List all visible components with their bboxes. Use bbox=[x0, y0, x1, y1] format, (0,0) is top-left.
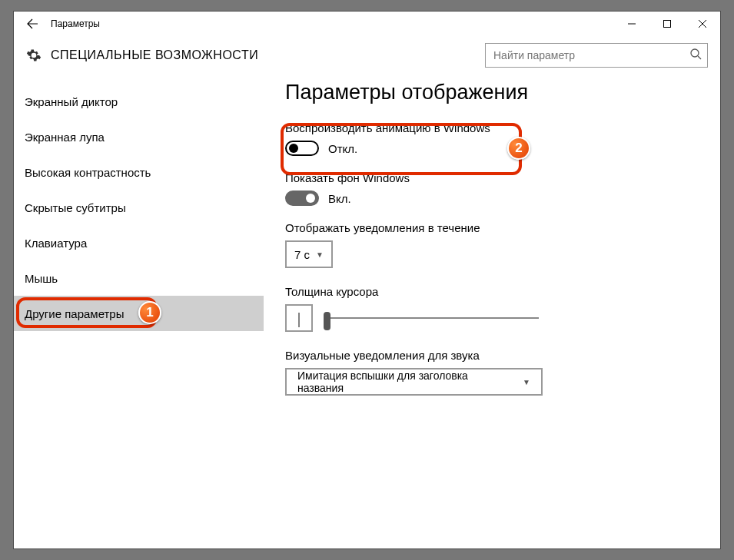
sidebar-item-label: Скрытые субтитры bbox=[25, 201, 126, 214]
cursor-thickness-slider[interactable] bbox=[324, 310, 539, 326]
background-label: Показать фон Windows bbox=[285, 171, 699, 184]
page-header: СПЕЦИАЛЬНЫЕ ВОЗМОЖНОСТИ bbox=[14, 36, 720, 75]
sidebar-item-label: Мышь bbox=[25, 272, 58, 285]
sidebar-item-magnifier[interactable]: Экранная лупа bbox=[14, 119, 264, 154]
maximize-icon bbox=[663, 20, 671, 28]
window-title: Параметры bbox=[51, 18, 100, 29]
background-state: Вкл. bbox=[328, 192, 351, 205]
notifications-value: 7 с bbox=[294, 248, 310, 261]
toggle-knob bbox=[289, 144, 298, 153]
sidebar-item-keyboard[interactable]: Клавиатура bbox=[14, 225, 264, 260]
maximize-button[interactable] bbox=[649, 12, 685, 36]
sidebar-item-mouse[interactable]: Мышь bbox=[14, 260, 264, 296]
close-button[interactable] bbox=[685, 12, 720, 36]
close-icon bbox=[699, 20, 706, 28]
search-input[interactable] bbox=[485, 43, 708, 68]
sidebar-item-label: Клавиатура bbox=[25, 237, 87, 250]
sidebar-item-closed-captions[interactable]: Скрытые субтитры bbox=[14, 190, 264, 225]
chevron-down-icon: ▼ bbox=[316, 250, 324, 259]
slider-thumb[interactable] bbox=[324, 312, 330, 330]
notifications-label: Отображать уведомления в течение bbox=[285, 221, 699, 234]
background-toggle[interactable] bbox=[285, 191, 319, 206]
chevron-down-icon: ▼ bbox=[523, 378, 530, 386]
search-wrap bbox=[485, 43, 708, 68]
background-toggle-row: Вкл. bbox=[285, 191, 699, 206]
cursor-label: Толщина курсора bbox=[285, 285, 699, 298]
minimize-button[interactable] bbox=[614, 12, 649, 36]
gear-icon-svg bbox=[26, 48, 42, 63]
cursor-row: | bbox=[285, 304, 699, 332]
notifications-combo[interactable]: 7 с ▼ bbox=[285, 240, 333, 268]
sidebar-item-label: Экранный диктор bbox=[25, 95, 118, 108]
toggle-knob bbox=[306, 194, 315, 203]
content-heading: Параметры отображения bbox=[285, 81, 699, 104]
svg-line-5 bbox=[698, 56, 701, 59]
visual-notif-combo[interactable]: Имитация вспышки для заголовка названия … bbox=[285, 368, 543, 396]
sidebar-item-label: Другие параметры bbox=[25, 307, 125, 320]
svg-rect-1 bbox=[664, 21, 671, 28]
minimize-icon bbox=[628, 20, 636, 28]
svg-point-4 bbox=[691, 49, 699, 57]
cursor-preview: | bbox=[285, 304, 313, 332]
sidebar-item-label: Высокая контрастность bbox=[25, 166, 151, 179]
search-icon[interactable] bbox=[689, 48, 702, 62]
window-controls bbox=[614, 12, 720, 36]
annotation-badge-2: 2 bbox=[507, 137, 530, 160]
visual-notif-value: Имитация вспышки для заголовка названия bbox=[297, 369, 516, 394]
content-pane: Параметры отображения Воспроизводить ани… bbox=[264, 75, 720, 548]
visual-notif-label: Визуальные уведомления для звука bbox=[285, 349, 699, 362]
titlebar: Параметры bbox=[14, 12, 720, 36]
slider-track bbox=[324, 317, 539, 319]
annotation-badge-1: 1 bbox=[138, 301, 161, 324]
page-title: СПЕЦИАЛЬНЫЕ ВОЗМОЖНОСТИ bbox=[51, 48, 258, 62]
animation-toggle[interactable] bbox=[285, 141, 319, 156]
arrow-left-icon bbox=[26, 18, 38, 30]
animation-state: Откл. bbox=[328, 142, 357, 155]
sidebar-item-label: Экранная лупа bbox=[25, 131, 105, 144]
settings-window: Параметры СПЕЦИАЛЬНЫЕ ВОЗМОЖНОСТИ Экранн… bbox=[13, 11, 721, 549]
sidebar-item-narrator[interactable]: Экранный диктор bbox=[14, 84, 264, 119]
back-button[interactable] bbox=[14, 12, 51, 36]
sidebar-item-high-contrast[interactable]: Высокая контрастность bbox=[14, 154, 264, 190]
gear-icon[interactable] bbox=[17, 38, 51, 72]
animation-toggle-row: Откл. bbox=[285, 141, 699, 156]
animation-label: Воспроизводить анимацию в Windows bbox=[285, 121, 699, 134]
